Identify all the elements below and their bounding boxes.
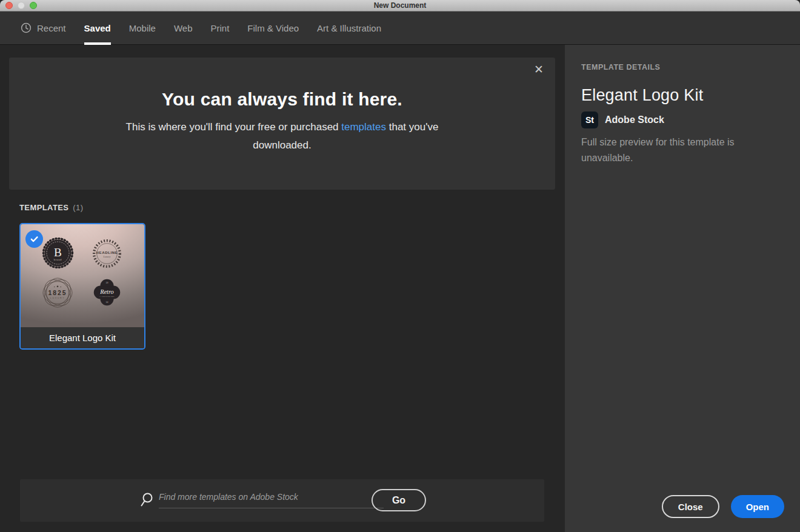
stock-source: Adobe Stock <box>605 115 664 125</box>
template-details: TEMPLATE DETAILS Elegant Logo Kit St Ado… <box>565 45 800 165</box>
tab-label: Art & Illustration <box>317 23 381 33</box>
templates-panel: ✕ You can always find it here. This is w… <box>0 45 565 532</box>
badge-caption: Luxury <box>103 255 111 258</box>
badge-caption: HAMBURGEISER <box>99 296 115 297</box>
new-document-window: New Document Recent Saved Mobile Web Pri… <box>0 0 800 532</box>
stock-search-bar: Go <box>20 479 544 522</box>
clock-icon <box>21 22 32 33</box>
tab-art-illustration[interactable]: Art & Illustration <box>317 12 381 44</box>
template-preview: B brand HEADLINE Luxury <box>21 224 144 327</box>
logo-badge-seal: B brand <box>41 236 75 270</box>
minimize-window-button[interactable] <box>18 2 25 9</box>
templates-label: TEMPLATES <box>19 203 68 212</box>
logo-badge-1825: 1825 LUXURY <box>38 273 77 312</box>
tab-print[interactable]: Print <box>211 12 230 44</box>
badge-caption: LUXURY <box>50 297 65 299</box>
tab-web[interactable]: Web <box>174 12 193 44</box>
close-icon[interactable]: ✕ <box>534 64 544 75</box>
badge-title: HEADLINE <box>96 250 118 254</box>
logo-badge-headline: HEADLINE Luxury <box>88 235 125 272</box>
badge-top: 19 <box>106 282 108 284</box>
tab-label: Print <box>211 23 230 33</box>
tab-label: Film & Video <box>247 23 299 33</box>
template-card-elegant-logo-kit[interactable]: B brand HEADLINE Luxury <box>19 223 145 350</box>
go-button[interactable]: Go <box>372 489 426 511</box>
open-button[interactable]: Open <box>731 495 784 518</box>
banner-body: This is where you'll find your free or p… <box>104 118 461 155</box>
checkmark-icon <box>25 230 43 248</box>
templates-count: (1) <box>73 203 83 212</box>
badge-bottom: 14 <box>106 301 108 304</box>
traffic-lights <box>5 0 37 11</box>
template-details-sidebar: TEMPLATE DETAILS Elegant Logo Kit St Ado… <box>565 45 800 532</box>
zoom-window-button[interactable] <box>30 2 37 9</box>
search-icon <box>139 491 155 511</box>
tab-film-video[interactable]: Film & Video <box>247 12 299 44</box>
tab-label: Recent <box>37 23 66 33</box>
logo-badge-retro: 19 Retro HAMBURGEISER 14 <box>90 275 124 310</box>
details-header: TEMPLATE DETAILS <box>581 63 783 71</box>
dialog-footer: Close Open <box>662 495 784 518</box>
badge-letter: B <box>54 246 62 259</box>
close-window-button[interactable] <box>5 2 13 9</box>
templates-link[interactable]: templates <box>341 121 386 133</box>
details-title: Elegant Logo Kit <box>581 86 783 105</box>
stock-row: St Adobe Stock <box>581 111 783 128</box>
close-button[interactable]: Close <box>662 495 719 518</box>
titlebar: New Document <box>0 0 800 12</box>
tab-saved[interactable]: Saved <box>84 12 111 44</box>
preview-unavailable-note: Full size preview for this template is u… <box>581 135 775 165</box>
window-title: New Document <box>374 1 427 10</box>
adobe-stock-icon: St <box>581 111 598 128</box>
tab-recent[interactable]: Recent <box>21 12 66 44</box>
badge-title: Retro <box>99 288 114 295</box>
tab-label: Web <box>174 23 193 33</box>
banner-body-text: This is where you'll find your free or p… <box>126 121 342 133</box>
banner-title: You can always find it here. <box>9 58 555 110</box>
badge-title: 1825 <box>48 290 67 296</box>
tab-label: Mobile <box>129 23 156 33</box>
info-banner: ✕ You can always find it here. This is w… <box>9 58 555 190</box>
templates-section-header: TEMPLATES(1) <box>19 203 83 212</box>
template-card-title: Elegant Logo Kit <box>21 327 144 348</box>
tab-label: Saved <box>84 23 111 33</box>
tab-mobile[interactable]: Mobile <box>129 12 156 44</box>
content: ✕ You can always find it here. This is w… <box>0 45 800 532</box>
tabbar: Recent Saved Mobile Web Print Film & Vid… <box>0 12 800 45</box>
search-input[interactable] <box>159 490 384 508</box>
badge-caption: brand <box>54 258 62 261</box>
